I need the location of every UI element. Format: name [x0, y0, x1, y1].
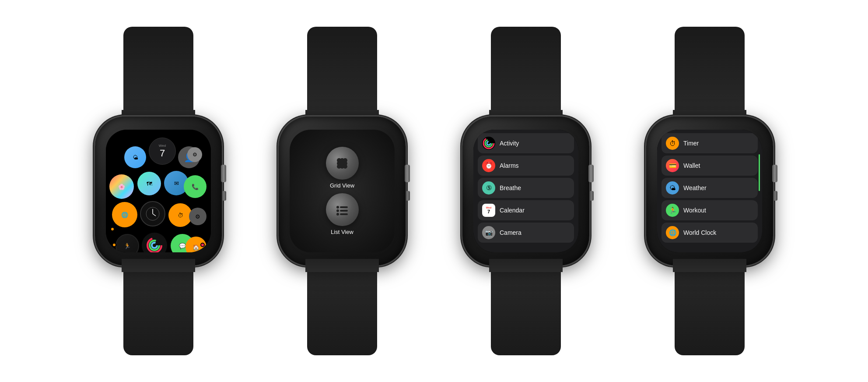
band-bottom-2	[307, 259, 377, 355]
connector-bottom-3	[489, 259, 563, 272]
camera-label: Camera	[500, 229, 522, 236]
notif-dot-1	[110, 227, 115, 231]
app-misc[interactable]: ⚙	[189, 208, 206, 225]
activity-label: Activity	[500, 140, 519, 147]
wallet-icon: 💳	[666, 159, 679, 172]
app-phone[interactable]: 📞	[184, 175, 206, 198]
list-item-activity[interactable]: Activity	[478, 133, 574, 153]
breathe-icon: ⑤	[482, 181, 495, 195]
grid-view-circle	[326, 147, 359, 180]
timer-label: Timer	[683, 140, 699, 147]
watch-btn-1	[222, 191, 226, 201]
workout-icon: 🏃	[666, 204, 679, 217]
activity-icon	[482, 137, 495, 150]
list-view-circle	[326, 193, 359, 226]
weather-icon: 🌤	[666, 181, 679, 195]
app-weather[interactable]: 🌤	[124, 146, 146, 168]
list-screen-4: ⏱ Timer 💳 Wallet 🌤 Weather	[657, 130, 762, 252]
watch-crown-2	[405, 165, 410, 182]
watch-body-4: ⏱ Timer 💳 Wallet 🌤 Weather	[646, 117, 773, 265]
notif-dot-2	[112, 243, 116, 247]
workout-label: Workout	[683, 207, 706, 214]
svg-rect-16	[340, 206, 348, 208]
app-activityring[interactable]	[142, 233, 167, 252]
svg-point-14	[343, 164, 347, 169]
watch-2: Grid View List View	[250, 27, 434, 355]
band-bottom-4	[675, 259, 745, 355]
svg-point-19	[336, 213, 339, 216]
list-item-weather[interactable]: 🌤 Weather	[662, 178, 758, 198]
watch-crown-1	[221, 165, 226, 182]
worldclock-icon: 🌐	[666, 226, 679, 239]
connector-bottom-2	[305, 259, 379, 272]
svg-point-22	[485, 140, 492, 147]
band-top-4	[675, 27, 745, 123]
app-photos[interactable]: 🌸	[109, 174, 134, 199]
alarms-icon: ⏰	[482, 159, 495, 172]
list-view-label: List View	[331, 229, 354, 235]
app-timer[interactable]: ⏱	[168, 203, 192, 227]
list-item-timer[interactable]: ⏱ Timer	[662, 133, 758, 153]
connector-bottom-4	[673, 259, 746, 272]
svg-point-15	[336, 206, 339, 209]
band-top-1	[123, 27, 193, 123]
svg-rect-20	[340, 213, 348, 215]
app-watchface[interactable]	[140, 201, 165, 226]
breathe-label: Breathe	[500, 184, 521, 191]
wallet-label: Wallet	[683, 162, 700, 169]
svg-line-2	[153, 214, 156, 216]
watch-body-3: Activity ⏰ Alarms ⑤ Breathe	[462, 117, 589, 265]
watch-screen-1: .app-dot { position: absolute; border-ra…	[106, 130, 211, 252]
list-item-alarms[interactable]: ⏰ Alarms	[478, 156, 574, 176]
watch-1: .app-dot { position: absolute; border-ra…	[66, 27, 250, 355]
worldclock-label: World Clock	[683, 229, 716, 236]
watch-crown-3	[588, 165, 594, 182]
list-item-worldclock[interactable]: 🌐 World Clock	[662, 223, 758, 243]
calendar-icon: Wed 7	[482, 204, 495, 217]
calendar-label: Calendar	[500, 207, 525, 214]
svg-rect-18	[340, 210, 348, 212]
watch-btn-2	[406, 191, 410, 201]
grid-view-label: Grid View	[330, 182, 354, 189]
app-maps[interactable]: 🗺	[137, 172, 161, 195]
app-activity[interactable]: 🏃	[116, 234, 139, 252]
svg-point-23	[487, 141, 490, 145]
watch-screen-2: Grid View List View	[290, 130, 395, 252]
weather-label: Weather	[683, 184, 707, 191]
list-screen-3: Activity ⏰ Alarms ⑤ Breathe	[473, 130, 578, 252]
alarms-label: Alarms	[500, 162, 519, 169]
app-clock[interactable]: Wed 7	[149, 138, 176, 165]
watch-4: ⏱ Timer 💳 Wallet 🌤 Weather	[618, 27, 802, 355]
scroll-indicator	[759, 154, 760, 191]
band-bottom-1	[123, 259, 193, 355]
watch-crown-4	[772, 165, 777, 182]
camera-icon: 📷	[482, 226, 495, 239]
view-select-screen: Grid View List View	[290, 130, 395, 252]
watch-screen-3: Activity ⏰ Alarms ⑤ Breathe	[473, 130, 578, 252]
grid-view-option[interactable]: Grid View	[326, 147, 359, 189]
list-item-wallet[interactable]: 💳 Wallet	[662, 156, 758, 176]
watch-body-2: Grid View List View	[279, 117, 406, 265]
watch-screen-4: ⏱ Timer 💳 Wallet 🌤 Weather	[657, 130, 762, 252]
app-topright[interactable]: ⚙	[187, 147, 202, 162]
app-globe[interactable]: 🌐	[112, 202, 137, 227]
list-item-workout[interactable]: 🏃 Workout	[662, 200, 758, 220]
band-bottom-3	[491, 259, 561, 355]
timer-icon: ⏱	[666, 137, 679, 150]
svg-point-17	[336, 209, 339, 212]
watch-btn-4	[773, 191, 777, 201]
svg-point-5	[152, 243, 157, 248]
grid-screen: .app-dot { position: absolute; border-ra…	[106, 130, 211, 252]
watch-btn-3	[589, 191, 594, 201]
watch-body-1: .app-dot { position: absolute; border-ra…	[95, 117, 222, 265]
band-top-3	[491, 27, 561, 123]
list-view-option[interactable]: List View	[326, 193, 359, 235]
band-top-2	[307, 27, 377, 123]
list-item-breathe[interactable]: ⑤ Breathe	[478, 178, 574, 198]
notif-dot-3	[200, 243, 205, 247]
list-item-camera[interactable]: 📷 Camera	[478, 223, 574, 243]
connector-bottom-1	[122, 259, 195, 272]
watch-3: Activity ⏰ Alarms ⑤ Breathe	[434, 27, 618, 355]
list-item-calendar[interactable]: Wed 7 Calendar	[478, 200, 574, 220]
